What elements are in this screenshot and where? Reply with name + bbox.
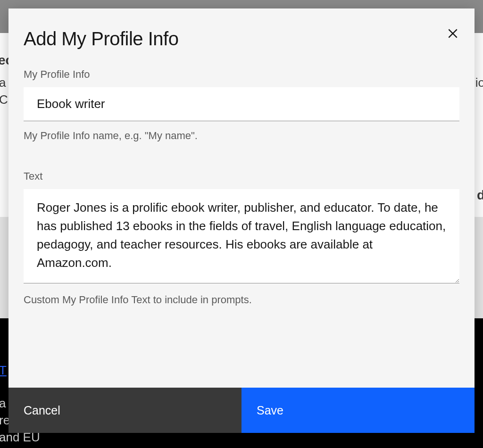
modal-button-row: Cancel Save xyxy=(8,388,475,433)
modal-body: Add My Profile Info My Profile Info My P… xyxy=(8,8,475,388)
profile-name-label: My Profile Info xyxy=(24,68,459,81)
save-button[interactable]: Save xyxy=(242,388,475,433)
modal-header: Add My Profile Info xyxy=(24,28,459,50)
close-button[interactable] xyxy=(444,25,461,42)
profile-text-input[interactable] xyxy=(24,189,459,283)
profile-name-field-block: My Profile Info My Profile Info name, e.… xyxy=(24,68,459,142)
profile-text-field-block: Text Custom My Profile Info Text to incl… xyxy=(24,170,459,306)
modal-spacer xyxy=(24,306,459,388)
bg-link-fragment: T xyxy=(0,363,7,378)
modal-title: Add My Profile Info xyxy=(24,28,178,50)
cancel-button[interactable]: Cancel xyxy=(8,388,242,433)
profile-name-helper: My Profile Info name, e.g. "My name". xyxy=(24,130,459,142)
profile-name-input[interactable] xyxy=(24,87,459,121)
add-profile-info-modal: Add My Profile Info My Profile Info My P… xyxy=(8,8,475,433)
profile-text-label: Text xyxy=(24,170,459,183)
close-icon xyxy=(447,27,459,41)
profile-text-helper: Custom My Profile Info Text to include i… xyxy=(24,294,459,306)
